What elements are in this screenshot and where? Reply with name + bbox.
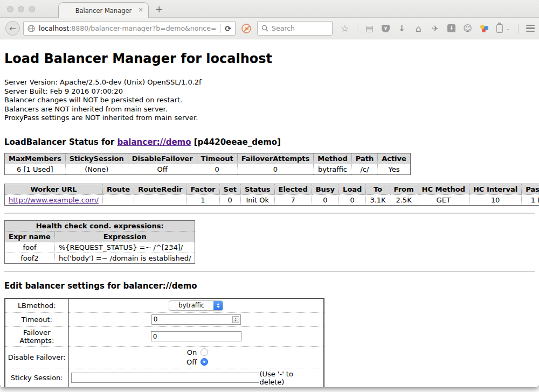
page-content: Load Balancer Manager for localhost Serv…: [0, 39, 539, 387]
cell-expression: hc('body') =~ /domain is established/: [54, 253, 195, 263]
page-title: Load Balancer Manager for localhost: [4, 51, 535, 66]
tab-close-icon[interactable]: ×: [138, 6, 143, 13]
search-input[interactable]: [272, 24, 326, 32]
toolbar-divider: [518, 24, 519, 33]
health-table-title: Health check cond. expressions:: [5, 220, 195, 231]
status-heading-prefix: LoadBalancer Status for: [4, 137, 117, 147]
loadbalancer-status-heading: LoadBalancer Status for balancer://demo …: [4, 137, 535, 147]
form-row-sticky-session: Sticky Session: (Use '-' to delete): [5, 368, 324, 387]
sticky-session-label: Sticky Session:: [5, 368, 68, 387]
colored-dots-icon[interactable]: [480, 24, 489, 33]
cell-hc-interval: 10: [469, 194, 521, 205]
failover-attempts-input[interactable]: [151, 331, 241, 341]
cell-expression: %{REQUEST_STATUS} =~ /^[234]/: [54, 242, 195, 253]
health-title-row: Health check cond. expressions:: [5, 220, 195, 231]
disable-failover-off-radio[interactable]: [201, 358, 208, 366]
disable-failover-label: Disable Failover:: [5, 346, 68, 368]
toolbar-icons: ☆ ▤ ∨ ↓ ⌂ ✈ ↓ ☺ ⌄ ▦: [340, 24, 539, 33]
chat-smiley-icon[interactable]: ☺: [463, 24, 472, 33]
health-row: foof2 hc('body') =~ /domain is establish…: [5, 253, 195, 263]
cell-set: 0: [219, 194, 240, 205]
timeout-label: Timeout:: [5, 312, 68, 326]
col-load: Load: [339, 184, 366, 194]
persist-notice: Balancer changes will NOT be persisted o…: [4, 96, 535, 105]
url-text[interactable]: localhost:8880/balancer-manager?b=demo&n…: [39, 24, 217, 32]
plugin-blocked-icon[interactable]: [241, 24, 251, 33]
url-bar[interactable]: localhost:8880/balancer-manager?b=demo&n…: [23, 21, 236, 36]
tab-title: Balancer Manager: [75, 7, 132, 15]
cell-expr-name: foof: [5, 242, 55, 253]
form-row-disable-failover: Disable Failover: On Off: [5, 346, 324, 368]
table-header-row: Worker URL Route RouteRedir Factor Set S…: [5, 184, 539, 194]
reload-icon[interactable]: ⟳: [225, 24, 231, 33]
col-path: Path: [351, 153, 377, 164]
col-disablefailover: DisableFailover: [128, 153, 197, 164]
sticky-session-input[interactable]: [71, 373, 260, 383]
cell-disablefailover: Off: [128, 164, 197, 174]
sticky-delete-hint: (Use '-' to delete): [259, 370, 321, 386]
col-hc-method: HC Method: [418, 184, 469, 194]
radio-on-label: On: [184, 348, 197, 356]
table-header-row: MaxMembers StickySession DisableFailover…: [5, 153, 411, 164]
worker-url-link[interactable]: http://www.example.com/: [9, 196, 99, 204]
disable-failover-on-radio[interactable]: [201, 348, 208, 356]
url-host: localhost: [39, 24, 69, 32]
cell-hc-method: GET: [418, 194, 469, 205]
cell-active: Yes: [378, 164, 411, 174]
proxypass-notice: ProxyPass settings are NOT inherited fro…: [4, 114, 535, 123]
window-controls: [7, 6, 35, 12]
bookmarks-menu-icon[interactable]: ▤: [365, 24, 374, 33]
cell-maxmembers: 6 [1 Used]: [5, 164, 66, 174]
col-busy: Busy: [312, 184, 338, 194]
select-stepper-icon: [213, 300, 223, 311]
divider: [4, 271, 535, 272]
cell-from: 2.5K: [390, 194, 418, 205]
navigation-toolbar: ← localhost:8880/balancer-manager?b=demo…: [0, 18, 539, 39]
col-worker-url: Worker URL: [5, 184, 103, 194]
cell-worker-url: http://www.example.com/: [5, 194, 103, 205]
edit-settings-heading: Edit balancer settings for balancer://de…: [4, 281, 535, 291]
search-bar[interactable]: [257, 21, 333, 36]
col-passes: Passes: [522, 184, 539, 194]
back-button[interactable]: ←: [5, 21, 20, 36]
battery-icon[interactable]: [496, 24, 503, 33]
col-expr-name: Expr name: [5, 231, 55, 242]
minimize-window-button[interactable]: [18, 6, 24, 12]
new-tab-button[interactable]: +: [155, 4, 163, 15]
cell-routeredir: [134, 194, 186, 205]
number-spinner-icon[interactable]: [232, 316, 239, 323]
menu-hamburger-icon[interactable]: [526, 25, 535, 32]
health-row: foof %{REQUEST_STATUS} =~ /^[234]/: [5, 242, 195, 253]
col-route: Route: [102, 184, 134, 194]
table-header-row: Expr name Expression: [5, 231, 195, 242]
send-icon[interactable]: ✈: [431, 24, 440, 33]
col-method: Method: [314, 153, 351, 164]
cell-stickysession: (None): [65, 164, 128, 174]
tab-balancer-manager[interactable]: Balancer Manager ×: [58, 2, 149, 18]
home-icon[interactable]: ⌂: [414, 24, 423, 33]
col-elected: Elected: [274, 184, 312, 194]
balancer-demo-link[interactable]: balancer://demo: [117, 137, 191, 147]
cell-factor: 1: [186, 194, 219, 205]
cell-passes: 1 (0): [522, 194, 539, 205]
addon-download-icon[interactable]: ↓: [447, 24, 455, 32]
worker-row: http://www.example.com/ 1 0 Init Ok 7 0 …: [5, 194, 539, 205]
dropdown-caret-icon[interactable]: ⌄: [506, 26, 510, 31]
cell-to: 3.1K: [366, 194, 390, 205]
lbmethod-select[interactable]: bytraffic: [169, 300, 223, 311]
browser-window: Balancer Manager × + ← localhost:8880/ba…: [0, 0, 539, 387]
timeout-input[interactable]: [151, 314, 241, 325]
globe-icon: [27, 25, 35, 32]
pocket-icon[interactable]: ∨: [382, 25, 390, 32]
tab-strip: Balancer Manager × +: [0, 0, 539, 18]
col-active: Active: [378, 153, 411, 164]
balancer-summary-table: MaxMembers StickySession DisableFailover…: [4, 153, 411, 175]
zoom-window-button[interactable]: [29, 6, 35, 12]
bookmark-star-icon[interactable]: ☆: [340, 24, 349, 33]
worker-table: Worker URL Route RouteRedir Factor Set S…: [4, 184, 539, 206]
col-set: Set: [219, 184, 240, 194]
downloads-icon[interactable]: ↓: [397, 24, 406, 33]
close-window-button[interactable]: [7, 6, 13, 12]
cell-load: 0: [339, 194, 366, 205]
divider: [4, 213, 535, 214]
